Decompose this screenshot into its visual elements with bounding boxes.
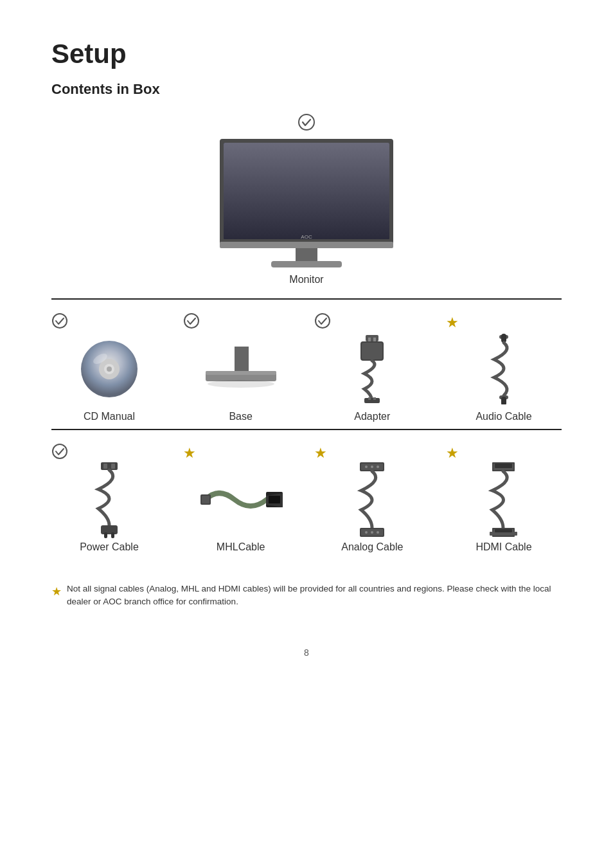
svg-point-48 (371, 466, 373, 468)
svg-rect-38 (104, 532, 107, 538)
svg-point-33 (53, 444, 67, 458)
mhl-cable-item: ★ MHLCable (183, 445, 299, 553)
svg-rect-16 (235, 347, 249, 372)
svg-text:AOC: AOC (301, 234, 312, 240)
analog-cable-item: ★ Analog Cable (314, 445, 430, 553)
svg-rect-44 (269, 496, 280, 503)
section-title: Contents in Box (51, 81, 562, 98)
footnote: ★ Not all signal cables (Analog, MHL and… (51, 583, 562, 609)
mhl-cable-star: ★ (183, 445, 196, 463)
svg-point-8 (53, 314, 67, 328)
svg-rect-28 (373, 397, 376, 400)
hdmi-cable-label: HDMI Cable (475, 541, 531, 553)
footnote-text: Not all signal cables (Analog, MHL and H… (67, 583, 562, 609)
cd-manual-item: CD Manual (51, 312, 167, 422)
monitor-section: AOC Monitor (51, 113, 562, 292)
audio-cable-label: Audio Cable (475, 411, 531, 422)
svg-rect-26 (364, 398, 380, 403)
items-row-1: CD Manual Base (51, 298, 562, 429)
svg-point-19 (208, 380, 274, 388)
base-label: Base (229, 411, 252, 422)
svg-rect-36 (111, 464, 115, 469)
cd-manual-checkmark (51, 312, 68, 332)
svg-point-15 (184, 314, 199, 328)
hdmi-cable-star: ★ (446, 445, 459, 463)
svg-rect-25 (362, 343, 382, 359)
power-cable-illustration (87, 464, 132, 535)
svg-rect-4 (220, 242, 393, 248)
base-checkmark (183, 312, 200, 332)
svg-point-47 (365, 466, 368, 468)
svg-rect-37 (101, 525, 118, 534)
svg-point-20 (315, 314, 330, 328)
monitor-illustration: AOC (213, 139, 400, 267)
svg-rect-21 (366, 335, 378, 341)
base-illustration (196, 334, 286, 404)
adapter-illustration (346, 334, 398, 404)
monitor-label: Monitor (289, 274, 323, 285)
hdmi-cable-item: ★ HDMI Cable (446, 445, 562, 553)
svg-rect-3 (224, 143, 389, 239)
power-cable-item: Power Cable (51, 443, 167, 553)
svg-point-49 (377, 466, 379, 468)
analog-cable-star: ★ (314, 445, 327, 463)
svg-rect-5 (296, 248, 317, 262)
analog-cable-label: Analog Cable (341, 541, 403, 553)
footnote-star-icon: ★ (51, 583, 62, 601)
svg-rect-62 (513, 532, 517, 536)
cd-manual-illustration (77, 334, 141, 404)
svg-point-52 (365, 531, 368, 534)
analog-cable-illustration (350, 464, 395, 535)
svg-rect-35 (103, 464, 107, 469)
audio-cable-star: ★ (446, 314, 459, 332)
svg-rect-41 (202, 496, 209, 503)
svg-rect-32 (501, 397, 506, 404)
page-title: Setup (51, 39, 562, 69)
svg-rect-61 (490, 532, 493, 536)
monitor-item: AOC Monitor (213, 113, 400, 285)
svg-point-13 (107, 366, 112, 372)
audio-cable-item: ★ Audio Cable (446, 314, 562, 422)
svg-point-53 (371, 531, 373, 534)
power-cable-checkmark (51, 443, 68, 463)
svg-point-0 (299, 114, 314, 130)
mhl-cable-illustration (199, 464, 283, 535)
svg-rect-18 (206, 371, 276, 375)
svg-point-54 (377, 531, 379, 534)
adapter-item: Adapter (314, 312, 430, 422)
monitor-checkmark-icon (298, 113, 315, 135)
adapter-label: Adapter (354, 411, 390, 422)
page-number: 8 (51, 647, 562, 658)
cd-manual-label: CD Manual (84, 411, 135, 422)
svg-rect-60 (495, 529, 512, 532)
hdmi-cable-illustration (479, 464, 528, 535)
svg-rect-39 (111, 532, 114, 538)
mhl-cable-label: MHLCable (217, 541, 265, 553)
audio-cable-illustration (481, 334, 526, 404)
adapter-checkmark (314, 312, 331, 332)
base-item: Base (183, 312, 299, 422)
svg-rect-6 (271, 261, 342, 267)
svg-rect-27 (368, 397, 371, 400)
svg-rect-57 (495, 464, 512, 468)
power-cable-label: Power Cable (80, 541, 139, 553)
items-row-2: Power Cable ★ MHLCable ★ (51, 429, 562, 559)
